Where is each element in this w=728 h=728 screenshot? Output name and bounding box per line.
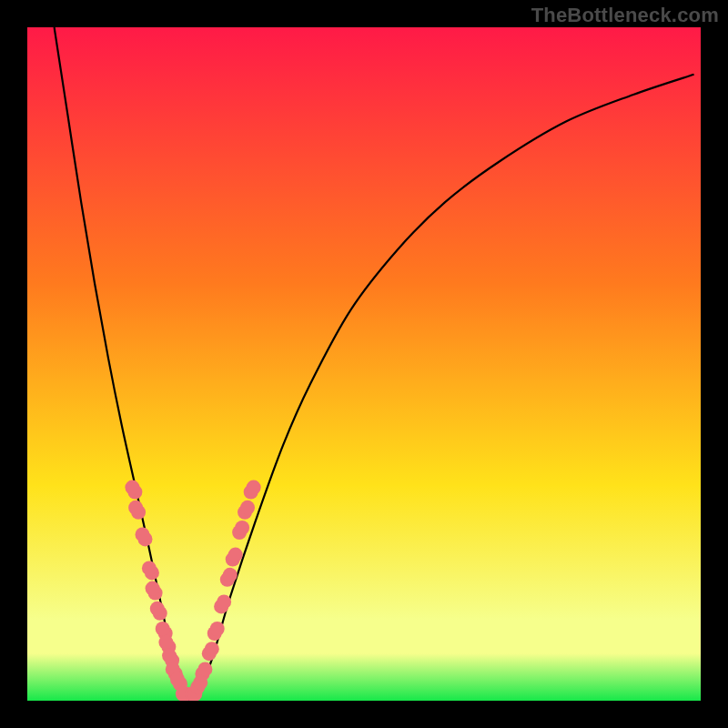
marker-circle: [187, 687, 202, 701]
marker-dot: [226, 548, 243, 567]
marker-circle: [138, 531, 153, 546]
marker-circle: [217, 594, 231, 609]
marker-circle: [214, 599, 228, 613]
marker-dot: [195, 662, 212, 681]
marker-circle: [170, 672, 185, 687]
marker-circle: [195, 666, 209, 681]
marker-circle: [165, 653, 179, 668]
watermark-text: TheBottleneck.com: [531, 4, 719, 27]
marker-circle: [148, 586, 163, 601]
marker-circle: [202, 646, 217, 661]
marker-dot: [166, 662, 183, 681]
marker-circle: [240, 500, 255, 515]
marker-circle: [232, 525, 247, 540]
chart-frame: TheBottleneck.com: [0, 0, 728, 728]
marker-circle: [153, 606, 167, 621]
marker-dot: [162, 649, 179, 668]
marker-circle: [207, 626, 222, 641]
marker-dot: [202, 642, 219, 661]
marker-circle: [125, 480, 139, 495]
chart-plot-area: [27, 27, 701, 701]
marker-circle: [235, 521, 249, 535]
marker-dot: [244, 480, 261, 500]
marker-circle: [145, 565, 159, 580]
marker-dot: [125, 480, 142, 500]
marker-circle: [238, 505, 252, 520]
marker-dot: [238, 500, 255, 520]
marker-circle: [162, 649, 177, 663]
marker-circle: [146, 581, 160, 596]
marker-circle: [244, 485, 258, 500]
marker-circle: [168, 666, 183, 681]
marker-dot: [128, 500, 146, 520]
marker-circle: [156, 622, 170, 636]
marker-circle: [247, 480, 261, 495]
marker-circle: [150, 602, 165, 616]
marker-circle: [228, 548, 243, 562]
marker-dot: [142, 561, 159, 580]
marker-dot: [136, 527, 153, 546]
marker-circle: [158, 626, 173, 641]
marker-dot: [232, 521, 249, 540]
marker-circle: [128, 500, 143, 515]
marker-circle: [185, 687, 199, 701]
marker-circle: [223, 568, 238, 582]
marker-circle: [220, 572, 235, 587]
marker-dot: [214, 594, 231, 613]
marker-circle: [127, 485, 142, 500]
marker-dot: [146, 581, 163, 601]
marker-circle: [142, 561, 157, 575]
marker-circle: [166, 662, 180, 676]
marker-circle: [161, 640, 176, 654]
marker-dot: [207, 622, 225, 641]
marker-circle: [173, 677, 187, 692]
marker-circle: [178, 687, 193, 701]
chart-svg: [27, 27, 701, 701]
marker-circle: [193, 675, 207, 690]
marker-circle: [197, 662, 212, 676]
marker-circle: [205, 642, 219, 656]
marker-dot: [150, 602, 167, 621]
marker-dot: [190, 675, 207, 694]
marker-dot: [156, 622, 173, 641]
marker-circle: [210, 622, 225, 636]
marker-circle: [136, 527, 150, 541]
marker-circle: [190, 680, 205, 694]
curve-markers: [125, 480, 260, 701]
marker-circle: [226, 552, 240, 567]
marker-circle: [131, 505, 146, 520]
marker-dot: [220, 568, 238, 587]
bottleneck-curve: [55, 27, 694, 701]
marker-dot: [185, 687, 202, 701]
marker-circle: [176, 687, 190, 701]
marker-dot: [176, 687, 193, 701]
marker-dot: [158, 635, 176, 654]
marker-circle: [158, 635, 173, 650]
marker-dot: [170, 672, 187, 692]
